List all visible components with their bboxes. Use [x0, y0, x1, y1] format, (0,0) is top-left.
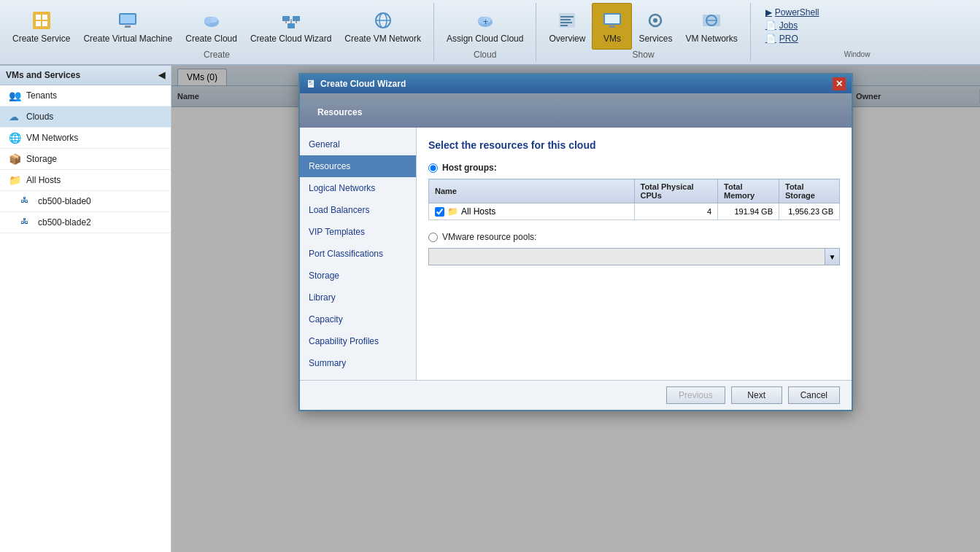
toolbar-create-label: Create [204, 50, 230, 60]
sidebar-collapse-icon[interactable]: ◀ [158, 70, 165, 80]
storage-icon: 📦 [9, 153, 20, 165]
table-row: 📁 All Hosts 4 191.94 GB 1,956.23 GB [429, 203, 840, 220]
clouds-label: Clouds [26, 112, 53, 122]
nav-load-balancers[interactable]: Load Balancers [300, 199, 416, 221]
sidebar-item-cb500-blade0[interactable]: 🖧 cb500-blade0 [0, 191, 171, 212]
vmware-dropdown-arrow[interactable]: ▼ [825, 248, 840, 265]
nav-capacity-label: Capacity [309, 314, 343, 324]
modal-body: General Resources Logical Networks Load … [300, 128, 852, 380]
sidebar-item-tenants[interactable]: 👥 Tenants [0, 85, 171, 106]
svg-rect-28 [560, 25, 568, 26]
all-hosts-memory: 191.94 GB [718, 203, 779, 220]
nav-capacity[interactable]: Capacity [300, 308, 416, 330]
sidebar-item-all-hosts[interactable]: 📁 All Hosts [0, 170, 171, 191]
all-hosts-checkbox[interactable] [435, 207, 444, 217]
host-groups-radio-label[interactable]: Host groups: [428, 163, 840, 173]
cb500-blade2-label: cb500-blade2 [38, 217, 91, 228]
toolbar-section-create: Create Service Create Virtual Machine Cr… [6, 3, 428, 61]
all-hosts-cpus: 4 [634, 203, 718, 220]
host-groups-radio[interactable] [428, 163, 438, 173]
toolbar-group-create: Create Service Create Virtual Machine Cr… [0, 3, 434, 61]
col-cpus-header: Total Physical CPUs [634, 179, 718, 203]
nav-storage[interactable]: Storage [300, 265, 416, 287]
create-vm-network-button[interactable]: Create VM Network [338, 3, 428, 50]
toolbar-section-show: Overview VMs Services [542, 3, 744, 61]
svg-rect-27 [560, 22, 572, 23]
sidebar-item-storage[interactable]: 📦 Storage [0, 149, 171, 170]
vms-button[interactable]: VMs [592, 3, 632, 50]
svg-rect-25 [560, 16, 574, 18]
col-storage-header: Total Storage [779, 179, 840, 203]
powershell-item[interactable]: ▶ PowerShell [763, 6, 838, 19]
vm-networks-button[interactable]: VM Networks [679, 3, 744, 50]
nav-logical-networks[interactable]: Logical Networks [300, 177, 416, 199]
nav-general[interactable]: General [300, 133, 416, 155]
toolbar-group-show: Overview VMs Services [536, 3, 750, 61]
nav-vip-templates[interactable]: VIP Templates [300, 221, 416, 243]
create-host-group-button[interactable]: Create Cloud Wizard [244, 3, 338, 50]
sidebar-item-clouds[interactable]: ☁ Clouds [0, 106, 171, 128]
vmware-radio-label[interactable]: VMware resource pools: [428, 232, 840, 242]
vmware-select-input[interactable] [428, 248, 825, 265]
services-label: Services [638, 34, 672, 44]
pro-item[interactable]: 📄 PRO [763, 32, 838, 45]
nav-resources-label: Resources [309, 161, 350, 171]
svg-rect-13 [288, 23, 295, 28]
nav-library-label: Library [309, 292, 336, 303]
create-vm-button[interactable]: Create Virtual Machine [77, 3, 179, 50]
assign-cloud-button[interactable]: + Assign Cloud Cloud [440, 3, 530, 50]
nav-vip-templates-label: VIP Templates [309, 227, 365, 237]
nav-capability-profiles-label: Capability Profiles [309, 336, 379, 346]
modal-header-banner: Resources [300, 93, 852, 128]
nav-summary[interactable]: Summary [300, 352, 416, 374]
cancel-button[interactable]: Cancel [788, 386, 840, 404]
nav-port-classifications[interactable]: Port Classifications [300, 243, 416, 265]
overview-button[interactable]: Overview [542, 3, 592, 50]
nav-storage-label: Storage [309, 271, 339, 281]
table-header-row: Name Total Physical CPUs Total Memory To… [429, 179, 840, 203]
next-label: Next [747, 390, 765, 400]
previous-label: Previous [679, 390, 713, 400]
svg-rect-3 [36, 21, 41, 26]
modal-overlay: 🖥 Create Cloud Wizard ✕ Resources Genera… [171, 66, 980, 552]
clouds-icon: ☁ [9, 111, 20, 123]
modal-subtitle: Select the resources for this cloud [428, 139, 840, 151]
svg-rect-30 [605, 15, 620, 23]
content-area: VMs (0) Name Status Virtual Machine St..… [171, 66, 980, 552]
services-button[interactable]: Services [632, 3, 679, 50]
create-cloud-label: Create Cloud [185, 34, 237, 44]
next-button[interactable]: Next [731, 386, 782, 404]
all-hosts-icon: 📁 [9, 174, 20, 186]
nav-summary-label: Summary [309, 358, 346, 368]
powershell-label: PowerShell [775, 7, 819, 18]
toolbar-cloud-label-row: Cloud [440, 50, 530, 61]
create-cloud-button[interactable]: Create Cloud [179, 3, 244, 50]
toolbar-window-label: Window [844, 50, 871, 58]
vm-networks-icon [700, 9, 723, 32]
create-service-button[interactable]: Create Service [6, 3, 77, 50]
modal-titlebar-icon: 🖥 [306, 78, 316, 90]
nav-capability-profiles[interactable]: Capability Profiles [300, 330, 416, 352]
vm-networks-sidebar-label: VM Networks [26, 133, 78, 143]
vmware-radio[interactable] [428, 233, 438, 242]
nav-resources[interactable]: Resources [300, 155, 416, 177]
overview-label: Overview [549, 34, 585, 44]
nav-library[interactable]: Library [300, 287, 416, 308]
vms-icon [601, 9, 624, 32]
sidebar-item-vm-networks[interactable]: 🌐 VM Networks [0, 128, 171, 149]
toolbar-section-cloud: + Assign Cloud Cloud Cloud [440, 3, 530, 61]
svg-rect-1 [36, 15, 41, 20]
tenants-label: Tenants [26, 90, 57, 101]
sidebar-item-cb500-blade2[interactable]: 🖧 cb500-blade2 [0, 212, 171, 233]
jobs-item[interactable]: 📄 Jobs [763, 19, 838, 32]
svg-rect-26 [560, 19, 571, 20]
modal-close-button[interactable]: ✕ [833, 77, 846, 90]
vm-networks-sidebar-icon: 🌐 [9, 132, 20, 144]
cb500-blade2-icon: 🖧 [20, 217, 32, 228]
create-host-group-label: Create Cloud Wizard [250, 34, 331, 44]
main-area: VMs and Services ◀ 👥 Tenants ☁ Clouds 🌐 … [0, 66, 980, 552]
previous-button[interactable]: Previous [666, 386, 725, 404]
overview-icon [555, 9, 579, 32]
nav-general-label: General [309, 139, 340, 149]
modal-title: Create Cloud Wizard [320, 79, 406, 89]
